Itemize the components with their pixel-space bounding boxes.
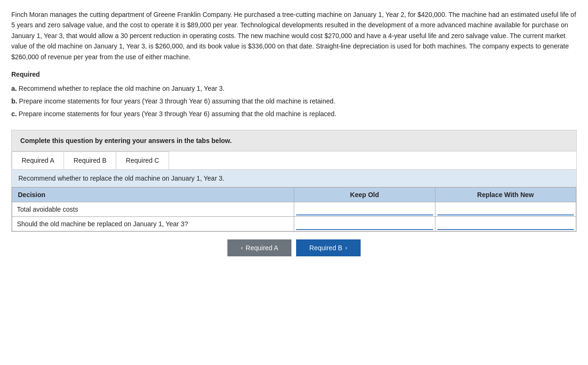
tab-required-b[interactable]: Required B xyxy=(64,151,116,169)
tabs-container: Required A Required B Required C Recomme… xyxy=(11,151,577,232)
prev-chevron-icon: ‹ xyxy=(241,244,242,251)
keep-old-avoidable-cell xyxy=(294,202,435,216)
keep-old-avoidable-input[interactable] xyxy=(296,203,433,215)
decision-table-wrapper: Decision Keep Old Replace With New Total… xyxy=(12,187,576,231)
row-label-should-replace: Should the old machine be replaced on Ja… xyxy=(12,216,294,231)
tab-instruction: Recommend whether to replace the old mac… xyxy=(12,170,576,187)
decision-table: Decision Keep Old Replace With New Total… xyxy=(12,187,576,231)
tab-required-c[interactable]: Required C xyxy=(116,151,169,169)
keep-old-should-replace-cell xyxy=(294,216,435,231)
col-header-decision: Decision xyxy=(12,187,294,202)
next-button[interactable]: Required B › xyxy=(296,239,360,256)
table-row: Total avoidable costs xyxy=(12,202,576,216)
complete-question-box: Complete this question by entering your … xyxy=(11,130,577,151)
replace-new-avoidable-cell xyxy=(435,202,576,216)
next-button-label: Required B xyxy=(309,244,342,252)
intro-paragraph: Finch Moran manages the cutting departme… xyxy=(11,9,577,62)
replace-new-should-replace-cell xyxy=(435,216,576,231)
prev-button[interactable]: ‹ Required A xyxy=(227,239,291,256)
next-chevron-icon: › xyxy=(345,244,347,251)
prev-button-label: Required A xyxy=(246,244,278,252)
keep-old-should-replace-input[interactable] xyxy=(296,218,433,230)
tab-required-a[interactable]: Required A xyxy=(12,151,64,169)
col-header-replace-new: Replace With New xyxy=(435,187,576,202)
requirements-list: a. Recommend whether to replace the old … xyxy=(11,83,577,120)
replace-new-avoidable-input[interactable] xyxy=(437,203,574,215)
table-row: Should the old machine be replaced on Ja… xyxy=(12,216,576,231)
required-heading: Required xyxy=(11,71,577,78)
col-header-keep-old: Keep Old xyxy=(294,187,435,202)
tabs-row: Required A Required B Required C xyxy=(12,151,576,170)
row-label-avoidable: Total avoidable costs xyxy=(12,202,294,216)
nav-buttons: ‹ Required A Required B › xyxy=(11,232,577,264)
replace-new-should-replace-input[interactable] xyxy=(437,218,574,230)
